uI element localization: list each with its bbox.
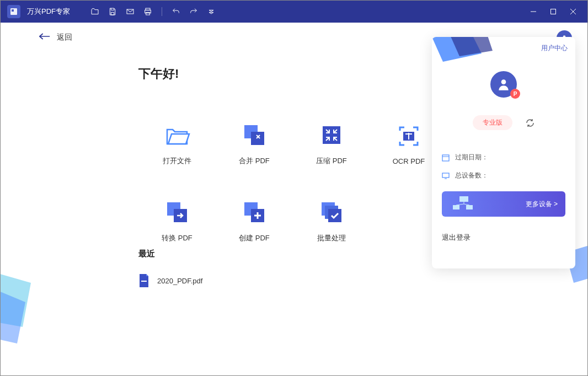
panel-decorative-shape xyxy=(432,37,498,65)
compress-pdf-action[interactable]: 压缩 PDF xyxy=(293,105,370,182)
action-label: OCR PDF xyxy=(393,157,425,165)
monitor-icon xyxy=(442,172,450,180)
maximize-button[interactable] xyxy=(543,1,563,23)
action-label: 转换 PDF xyxy=(162,233,193,243)
logout-button[interactable]: 退出登录 xyxy=(442,233,471,243)
svg-line-33 xyxy=(464,204,469,205)
svg-rect-13 xyxy=(323,126,340,144)
devices-cluster-icon xyxy=(450,195,476,213)
svg-line-32 xyxy=(456,204,464,205)
avatar-pro-badge: P xyxy=(510,89,520,99)
close-button[interactable] xyxy=(563,1,583,23)
svg-rect-30 xyxy=(466,205,473,210)
user-center-link[interactable]: 用户中心 xyxy=(541,44,568,53)
more-button[interactable] xyxy=(203,3,220,20)
recent-file-item[interactable]: 2020_PDF.pdf xyxy=(138,271,202,291)
action-label: 批量处理 xyxy=(317,233,346,243)
app-icon xyxy=(7,5,20,18)
decorative-shape-left xyxy=(0,272,47,343)
back-button[interactable]: 返回 xyxy=(39,33,72,42)
mail-button[interactable] xyxy=(122,3,138,20)
action-grid: 打开文件 合并 PDF 压缩 PDF OCR PDF xyxy=(138,105,447,260)
expiry-row: 过期日期： xyxy=(442,153,565,162)
titlebar: 万兴PDF专家 xyxy=(1,1,587,23)
svg-rect-24 xyxy=(442,155,449,161)
merge-pdf-action[interactable]: 合并 PDF xyxy=(216,105,293,182)
panel-info: 过期日期： 总设备数： xyxy=(442,153,565,189)
undo-button[interactable] xyxy=(168,3,184,20)
user-panel: 用户中心 P 专业版 过期日期： 总设备数： xyxy=(432,37,575,268)
svg-rect-28 xyxy=(459,196,468,202)
action-label: 压缩 PDF xyxy=(316,156,347,166)
batch-process-action[interactable]: 批量处理 xyxy=(293,182,370,260)
merge-icon xyxy=(241,122,268,148)
app-window: 万兴PDF专家 返回 下午好! xyxy=(0,0,588,376)
pro-badge: 专业版 xyxy=(473,115,512,130)
greeting-title: 下午好! xyxy=(138,66,179,82)
content: 返回 下午好! 打开文件 合并 PDF xyxy=(1,23,587,376)
action-label: 创建 PDF xyxy=(239,233,270,243)
action-label: 合并 PDF xyxy=(239,156,270,166)
convert-pdf-action[interactable]: 转换 PDF xyxy=(138,182,216,260)
svg-point-23 xyxy=(501,79,506,84)
svg-rect-7 xyxy=(551,9,556,14)
create-pdf-action[interactable]: 创建 PDF xyxy=(216,182,293,260)
print-button[interactable] xyxy=(140,3,156,20)
svg-rect-12 xyxy=(251,132,264,145)
ocr-icon xyxy=(395,123,422,149)
svg-rect-26 xyxy=(442,173,449,178)
convert-icon xyxy=(164,199,190,225)
recent-file-name: 2020_PDF.pdf xyxy=(157,277,202,285)
refresh-button[interactable] xyxy=(526,119,534,127)
calendar-icon xyxy=(442,154,450,162)
recent-section-title: 最近 xyxy=(138,249,155,259)
svg-rect-29 xyxy=(453,205,459,210)
open-file-action[interactable]: 打开文件 xyxy=(138,105,216,182)
back-label: 返回 xyxy=(57,33,72,42)
svg-rect-5 xyxy=(146,12,150,15)
app-title: 万兴PDF专家 xyxy=(27,7,70,17)
user-avatar[interactable]: P xyxy=(490,71,517,98)
svg-rect-22 xyxy=(141,281,147,282)
toolbar xyxy=(87,3,220,20)
more-devices-label: 更多设备 > xyxy=(526,200,558,209)
minimize-button[interactable] xyxy=(523,1,543,23)
batch-icon xyxy=(318,199,345,225)
devices-label: 总设备数： xyxy=(455,171,488,180)
redo-button[interactable] xyxy=(185,3,202,20)
toolbar-divider xyxy=(162,7,162,16)
more-devices-button[interactable]: 更多设备 > xyxy=(442,191,565,217)
open-folder-button[interactable] xyxy=(87,3,103,20)
window-controls xyxy=(523,1,583,23)
folder-open-icon xyxy=(164,122,190,148)
back-arrow-icon xyxy=(39,33,50,42)
action-label: 打开文件 xyxy=(163,156,191,166)
save-button[interactable] xyxy=(104,3,121,20)
expiry-label: 过期日期： xyxy=(455,153,488,162)
devices-row: 总设备数： xyxy=(442,171,565,180)
pdf-file-icon xyxy=(138,274,149,287)
pro-section: 专业版 xyxy=(473,115,534,130)
compress-icon xyxy=(318,122,345,148)
create-icon xyxy=(241,199,268,225)
svg-rect-1 xyxy=(12,9,14,12)
